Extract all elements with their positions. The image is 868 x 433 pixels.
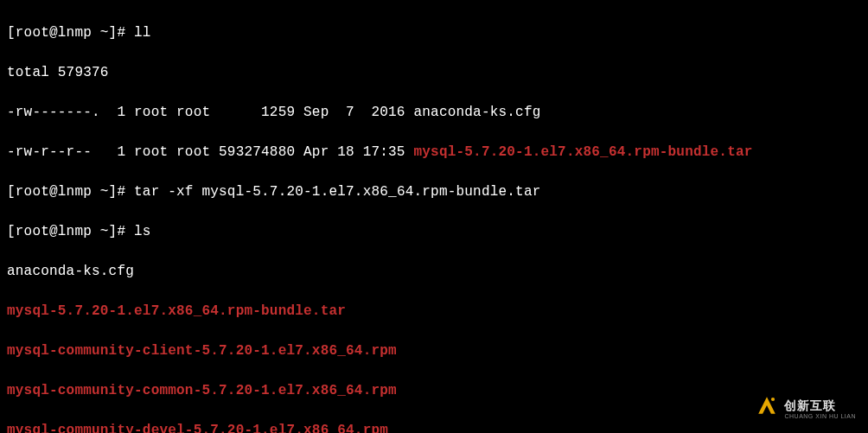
ls-row-file: mysql-5.7.20-1.el7.x86_64.rpm-bundle.tar	[413, 144, 752, 160]
ls-file: anaconda-ks.cfg	[7, 262, 861, 282]
command-text: ls	[134, 224, 151, 239]
command-text: tar -xf mysql-5.7.20-1.el7.x86_64.rpm-bu…	[134, 184, 540, 200]
ls-file: mysql-community-common-5.7.20-1.el7.x86_…	[7, 381, 861, 401]
terminal-output[interactable]: [root@lnmp ~]# ll total 579376 -rw------…	[0, 0, 868, 433]
ls-row: -rw-------. 1 root root 1259 Sep 7 2016 …	[7, 103, 861, 123]
logo-icon	[755, 393, 779, 424]
command-text: ll	[134, 25, 151, 41]
watermark: 创新互联 CHUANG XIN HU LIAN	[755, 393, 856, 424]
output-total: total 579376	[7, 63, 861, 83]
shell-prompt: [root@lnmp ~]#	[7, 184, 134, 200]
ls-file: mysql-community-client-5.7.20-1.el7.x86_…	[7, 341, 861, 361]
shell-prompt: [root@lnmp ~]#	[7, 25, 134, 41]
svg-point-0	[771, 398, 775, 401]
ls-file: mysql-5.7.20-1.el7.x86_64.rpm-bundle.tar	[7, 302, 861, 322]
ls-file: mysql-community-devel-5.7.20-1.el7.x86_6…	[7, 421, 861, 433]
watermark-en: CHUANG XIN HU LIAN	[784, 413, 856, 419]
shell-prompt: [root@lnmp ~]#	[7, 224, 134, 239]
ls-row-perm: -rw-r--r-- 1 root root 593274880 Apr 18 …	[7, 144, 413, 160]
watermark-cn: 创新互联	[784, 399, 856, 411]
